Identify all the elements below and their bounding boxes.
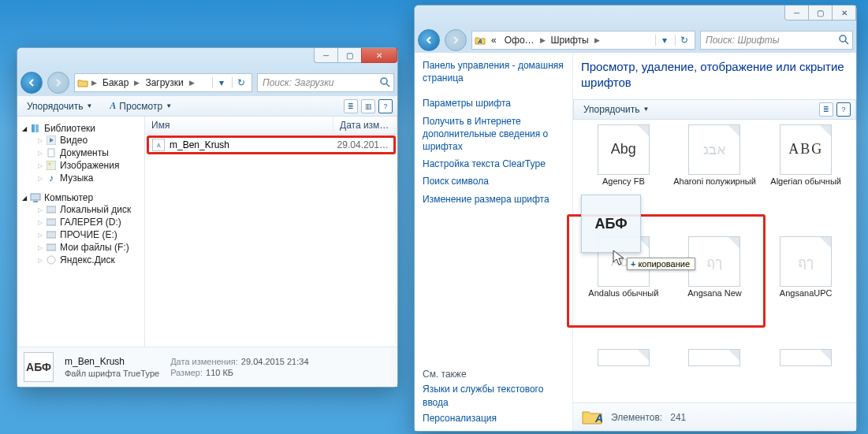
nav-documents[interactable]: ▷ Документы [22,147,144,159]
drag-ghost-text: АБФ [594,216,627,232]
cp-link-home[interactable]: Панель управления - домашняя страница [423,57,564,86]
nav-computer[interactable]: ◢ Компьютер [22,192,144,203]
nav-drive-c[interactable]: ▷ Локальный диск [22,203,144,216]
search-input[interactable]: Поиск: Шрифты [700,31,853,50]
arrow-right-icon [452,36,460,44]
refresh-button[interactable]: ↻ [675,35,693,46]
file-row-selected[interactable]: A m_Ben_Krush 29.04.201… [147,135,396,154]
tree-expand-icon[interactable]: ▷ [38,137,43,144]
cp-link-textservices[interactable]: Языки и службы текстового ввода [423,381,564,410]
organize-menu[interactable]: Упорядочить ▼ [579,102,654,117]
detail-file-type: Файл шрифта TrueType [65,369,159,378]
column-date[interactable]: Дата изм… [333,117,397,134]
view-options-button[interactable]: ≣ [344,99,358,113]
toolbar: Упорядочить ▼ A Просмотр ▼ ≣ ▥ ? [17,95,397,117]
nav-yadisk[interactable]: ▷ Яндекс.Диск [22,254,144,266]
address-bar[interactable]: A « Офо… ▶ Шрифты ▶ ▾ ↻ [471,31,695,50]
detail-size-label: Размер: [170,368,203,377]
history-chevron[interactable]: ▾ [212,77,230,88]
nav-pictures[interactable]: ▷ Изображения [22,159,144,172]
pictures-icon [46,160,57,171]
tree-expand-icon[interactable]: ▷ [38,150,43,157]
breadcrumb-back[interactable]: « [488,35,500,46]
music-icon: ♪ [46,172,57,184]
cp-link-symbol[interactable]: Поиск символа [423,173,564,189]
preview-button[interactable]: A Просмотр ▼ [105,98,177,113]
nav-drive-d[interactable]: ▷ ГАЛЕРЕЯ (D:) [22,216,144,228]
svg-rect-9 [31,194,40,200]
minimize-button[interactable]: ─ [314,48,338,63]
tree-collapse-icon[interactable]: ◢ [22,125,27,132]
cp-link-cleartype[interactable]: Настройка текста ClearType [423,156,564,172]
back-button[interactable] [20,72,43,94]
tree-collapse-icon[interactable]: ◢ [22,195,27,202]
tree-expand-icon[interactable]: ▷ [38,175,43,182]
cp-link-params[interactable]: Параметры шрифта [423,95,564,111]
font-item[interactable] [672,349,758,403]
svg-line-18 [845,41,848,44]
help-button[interactable]: ? [836,102,851,117]
nav-video[interactable]: ▷ Видео [22,134,144,147]
chevron-down-icon: ▼ [86,102,92,109]
organize-menu[interactable]: Упорядочить ▼ [22,99,97,113]
tree-expand-icon[interactable]: ▷ [38,257,43,264]
cp-link-personalization[interactable]: Персонализация [423,410,564,426]
font-label: Aharoni полужирный [673,176,756,197]
nav-music[interactable]: ▷ ♪ Музыка [22,172,144,184]
tree-expand-icon[interactable]: ▷ [38,244,43,251]
svg-rect-3 [35,124,39,132]
refresh-button[interactable]: ↻ [232,77,250,88]
maximize-button[interactable]: ▢ [337,48,362,63]
font-grid[interactable]: Abg Agency FB אבג Aharoni полужирный ABG… [581,124,848,403]
forward-button[interactable] [445,29,467,51]
close-button[interactable]: ✕ [361,48,397,63]
close-button[interactable]: ✕ [832,6,856,20]
search-placeholder: Поиск: Загрузки [263,77,334,88]
view-options-button[interactable]: ≣ [819,102,833,117]
font-thumb-icon [688,349,740,366]
font-item[interactable]: ฤๅ AngsanaUPC [763,236,848,346]
nav-label: Компьютер [44,192,93,203]
tree-expand-icon[interactable]: ▷ [38,206,43,213]
column-name[interactable]: Имя [145,117,333,134]
tree-expand-icon[interactable]: ▷ [38,162,43,169]
font-item[interactable] [581,349,666,403]
preview-pane-button[interactable]: ▥ [361,99,375,113]
detail-file-name: m_Ben_Krush [65,356,159,367]
breadcrumb-folder[interactable]: Загрузки [142,77,186,88]
forward-button[interactable] [47,72,69,94]
explorer-window-downloads: ─ ▢ ✕ ▶ Бакар ▶ Загрузки ▶ ▾ [17,47,398,388]
back-button[interactable] [418,29,440,51]
nav-drive-f[interactable]: ▷ Мои файлы (F:) [22,241,144,254]
tree-expand-icon[interactable]: ▷ [38,219,43,226]
see-also-heading: См. также [423,367,564,381]
help-button[interactable]: ? [378,99,393,113]
font-item[interactable]: ABG Algerian обычный [763,124,848,234]
font-item[interactable] [763,349,848,403]
breadcrumb-user[interactable]: Бакар [99,77,132,88]
history-chevron[interactable]: ▾ [655,35,673,46]
tree-expand-icon[interactable]: ▷ [38,232,43,239]
drive-icon [46,229,57,240]
font-thumb-icon: ฤๅ [780,236,832,287]
nav-libraries[interactable]: ◢ Библиотеки [22,123,144,134]
breadcrumb-office[interactable]: Офо… [501,35,538,46]
cp-link-online[interactable]: Получить в Интернете дополнительные свед… [423,113,564,155]
font-thumb-icon: Abg [598,124,650,175]
minimize-button[interactable]: ─ [784,6,809,20]
address-bar[interactable]: ▶ Бакар ▶ Загрузки ▶ ▾ ↻ [74,73,252,92]
fonts-heading: Просмотр, удаление, отображение или скры… [581,59,848,95]
cp-link-resize[interactable]: Изменение размера шрифта [423,191,564,207]
font-item[interactable]: אבג Aharoni полужирный [672,124,758,234]
file-list-pane: Имя Дата изм… A m_Ben_Krush 29.04.201… [145,117,397,347]
search-input[interactable]: Поиск: Загрузки [257,73,394,92]
count-value: 241 [670,412,686,423]
maximize-button[interactable]: ▢ [808,6,833,20]
breadcrumb-fonts[interactable]: Шрифты [548,35,592,46]
drive-icon [46,242,57,253]
nav-drive-e[interactable]: ▷ ПРОЧИЕ (E:) [22,228,144,241]
search-icon [379,76,390,90]
nav-label: ПРОЧИЕ (E:) [60,229,117,240]
nav-label: Яндекс.Диск [60,254,115,265]
font-item[interactable]: ฤๅ Angsana New [672,236,758,346]
